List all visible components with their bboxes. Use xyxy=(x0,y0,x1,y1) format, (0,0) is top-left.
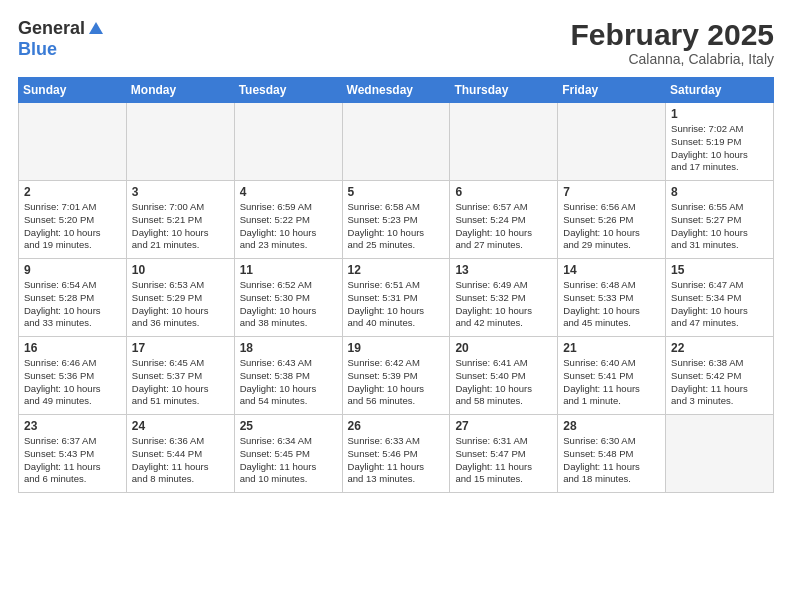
day-number: 6 xyxy=(455,185,552,199)
calendar-cell: 28Sunrise: 6:30 AM Sunset: 5:48 PM Dayli… xyxy=(558,415,666,493)
day-number: 11 xyxy=(240,263,337,277)
logo: General Blue xyxy=(18,18,105,60)
day-info: Sunrise: 6:41 AM Sunset: 5:40 PM Dayligh… xyxy=(455,357,552,408)
day-info: Sunrise: 6:54 AM Sunset: 5:28 PM Dayligh… xyxy=(24,279,121,330)
calendar-cell xyxy=(666,415,774,493)
day-info: Sunrise: 6:51 AM Sunset: 5:31 PM Dayligh… xyxy=(348,279,445,330)
calendar-cell: 27Sunrise: 6:31 AM Sunset: 5:47 PM Dayli… xyxy=(450,415,558,493)
weekday-header: Sunday xyxy=(19,78,127,103)
day-info: Sunrise: 6:53 AM Sunset: 5:29 PM Dayligh… xyxy=(132,279,229,330)
calendar-cell: 8Sunrise: 6:55 AM Sunset: 5:27 PM Daylig… xyxy=(666,181,774,259)
day-number: 28 xyxy=(563,419,660,433)
calendar-cell: 7Sunrise: 6:56 AM Sunset: 5:26 PM Daylig… xyxy=(558,181,666,259)
day-info: Sunrise: 6:49 AM Sunset: 5:32 PM Dayligh… xyxy=(455,279,552,330)
calendar-cell xyxy=(558,103,666,181)
day-info: Sunrise: 6:33 AM Sunset: 5:46 PM Dayligh… xyxy=(348,435,445,486)
calendar-cell: 26Sunrise: 6:33 AM Sunset: 5:46 PM Dayli… xyxy=(342,415,450,493)
calendar-cell: 10Sunrise: 6:53 AM Sunset: 5:29 PM Dayli… xyxy=(126,259,234,337)
day-info: Sunrise: 6:55 AM Sunset: 5:27 PM Dayligh… xyxy=(671,201,768,252)
calendar-cell: 12Sunrise: 6:51 AM Sunset: 5:31 PM Dayli… xyxy=(342,259,450,337)
day-number: 4 xyxy=(240,185,337,199)
calendar-week-row: 23Sunrise: 6:37 AM Sunset: 5:43 PM Dayli… xyxy=(19,415,774,493)
title-block: February 2025 Calanna, Calabria, Italy xyxy=(571,18,774,67)
header: General Blue February 2025 Calanna, Cala… xyxy=(18,18,774,67)
day-info: Sunrise: 6:46 AM Sunset: 5:36 PM Dayligh… xyxy=(24,357,121,408)
calendar-cell xyxy=(342,103,450,181)
day-number: 12 xyxy=(348,263,445,277)
calendar-week-row: 16Sunrise: 6:46 AM Sunset: 5:36 PM Dayli… xyxy=(19,337,774,415)
location: Calanna, Calabria, Italy xyxy=(571,51,774,67)
day-number: 27 xyxy=(455,419,552,433)
calendar-cell: 5Sunrise: 6:58 AM Sunset: 5:23 PM Daylig… xyxy=(342,181,450,259)
day-info: Sunrise: 7:00 AM Sunset: 5:21 PM Dayligh… xyxy=(132,201,229,252)
day-number: 18 xyxy=(240,341,337,355)
weekday-header: Saturday xyxy=(666,78,774,103)
day-info: Sunrise: 6:30 AM Sunset: 5:48 PM Dayligh… xyxy=(563,435,660,486)
calendar-cell: 4Sunrise: 6:59 AM Sunset: 5:22 PM Daylig… xyxy=(234,181,342,259)
svg-marker-0 xyxy=(89,22,103,34)
day-number: 13 xyxy=(455,263,552,277)
weekday-header: Tuesday xyxy=(234,78,342,103)
calendar-header-row: SundayMondayTuesdayWednesdayThursdayFrid… xyxy=(19,78,774,103)
day-number: 24 xyxy=(132,419,229,433)
day-info: Sunrise: 6:57 AM Sunset: 5:24 PM Dayligh… xyxy=(455,201,552,252)
calendar-week-row: 2Sunrise: 7:01 AM Sunset: 5:20 PM Daylig… xyxy=(19,181,774,259)
calendar-cell: 6Sunrise: 6:57 AM Sunset: 5:24 PM Daylig… xyxy=(450,181,558,259)
day-number: 10 xyxy=(132,263,229,277)
calendar-cell xyxy=(126,103,234,181)
day-number: 1 xyxy=(671,107,768,121)
calendar-cell: 16Sunrise: 6:46 AM Sunset: 5:36 PM Dayli… xyxy=(19,337,127,415)
calendar-cell: 25Sunrise: 6:34 AM Sunset: 5:45 PM Dayli… xyxy=(234,415,342,493)
day-info: Sunrise: 6:40 AM Sunset: 5:41 PM Dayligh… xyxy=(563,357,660,408)
weekday-header: Thursday xyxy=(450,78,558,103)
day-info: Sunrise: 6:48 AM Sunset: 5:33 PM Dayligh… xyxy=(563,279,660,330)
day-info: Sunrise: 6:36 AM Sunset: 5:44 PM Dayligh… xyxy=(132,435,229,486)
day-info: Sunrise: 7:01 AM Sunset: 5:20 PM Dayligh… xyxy=(24,201,121,252)
calendar-cell: 15Sunrise: 6:47 AM Sunset: 5:34 PM Dayli… xyxy=(666,259,774,337)
day-info: Sunrise: 6:47 AM Sunset: 5:34 PM Dayligh… xyxy=(671,279,768,330)
calendar-cell: 17Sunrise: 6:45 AM Sunset: 5:37 PM Dayli… xyxy=(126,337,234,415)
calendar-cell: 2Sunrise: 7:01 AM Sunset: 5:20 PM Daylig… xyxy=(19,181,127,259)
day-info: Sunrise: 6:42 AM Sunset: 5:39 PM Dayligh… xyxy=(348,357,445,408)
calendar-cell xyxy=(234,103,342,181)
calendar-cell: 13Sunrise: 6:49 AM Sunset: 5:32 PM Dayli… xyxy=(450,259,558,337)
day-number: 15 xyxy=(671,263,768,277)
calendar-cell: 18Sunrise: 6:43 AM Sunset: 5:38 PM Dayli… xyxy=(234,337,342,415)
calendar-cell: 14Sunrise: 6:48 AM Sunset: 5:33 PM Dayli… xyxy=(558,259,666,337)
day-info: Sunrise: 6:56 AM Sunset: 5:26 PM Dayligh… xyxy=(563,201,660,252)
day-number: 14 xyxy=(563,263,660,277)
calendar-cell: 24Sunrise: 6:36 AM Sunset: 5:44 PM Dayli… xyxy=(126,415,234,493)
calendar-cell: 23Sunrise: 6:37 AM Sunset: 5:43 PM Dayli… xyxy=(19,415,127,493)
day-info: Sunrise: 7:02 AM Sunset: 5:19 PM Dayligh… xyxy=(671,123,768,174)
day-info: Sunrise: 6:58 AM Sunset: 5:23 PM Dayligh… xyxy=(348,201,445,252)
day-number: 8 xyxy=(671,185,768,199)
day-info: Sunrise: 6:38 AM Sunset: 5:42 PM Dayligh… xyxy=(671,357,768,408)
day-number: 23 xyxy=(24,419,121,433)
page: General Blue February 2025 Calanna, Cala… xyxy=(0,0,792,612)
day-number: 22 xyxy=(671,341,768,355)
day-number: 20 xyxy=(455,341,552,355)
day-info: Sunrise: 6:37 AM Sunset: 5:43 PM Dayligh… xyxy=(24,435,121,486)
calendar-cell: 3Sunrise: 7:00 AM Sunset: 5:21 PM Daylig… xyxy=(126,181,234,259)
weekday-header: Monday xyxy=(126,78,234,103)
day-info: Sunrise: 6:34 AM Sunset: 5:45 PM Dayligh… xyxy=(240,435,337,486)
day-number: 21 xyxy=(563,341,660,355)
day-number: 26 xyxy=(348,419,445,433)
month-title: February 2025 xyxy=(571,18,774,51)
calendar-cell xyxy=(450,103,558,181)
day-number: 17 xyxy=(132,341,229,355)
calendar-cell: 1Sunrise: 7:02 AM Sunset: 5:19 PM Daylig… xyxy=(666,103,774,181)
day-number: 9 xyxy=(24,263,121,277)
day-info: Sunrise: 6:43 AM Sunset: 5:38 PM Dayligh… xyxy=(240,357,337,408)
weekday-header: Wednesday xyxy=(342,78,450,103)
calendar-week-row: 9Sunrise: 6:54 AM Sunset: 5:28 PM Daylig… xyxy=(19,259,774,337)
day-number: 19 xyxy=(348,341,445,355)
day-number: 16 xyxy=(24,341,121,355)
day-number: 3 xyxy=(132,185,229,199)
calendar-cell: 19Sunrise: 6:42 AM Sunset: 5:39 PM Dayli… xyxy=(342,337,450,415)
calendar-cell: 22Sunrise: 6:38 AM Sunset: 5:42 PM Dayli… xyxy=(666,337,774,415)
day-info: Sunrise: 6:45 AM Sunset: 5:37 PM Dayligh… xyxy=(132,357,229,408)
calendar-cell: 20Sunrise: 6:41 AM Sunset: 5:40 PM Dayli… xyxy=(450,337,558,415)
calendar-cell: 11Sunrise: 6:52 AM Sunset: 5:30 PM Dayli… xyxy=(234,259,342,337)
day-number: 25 xyxy=(240,419,337,433)
